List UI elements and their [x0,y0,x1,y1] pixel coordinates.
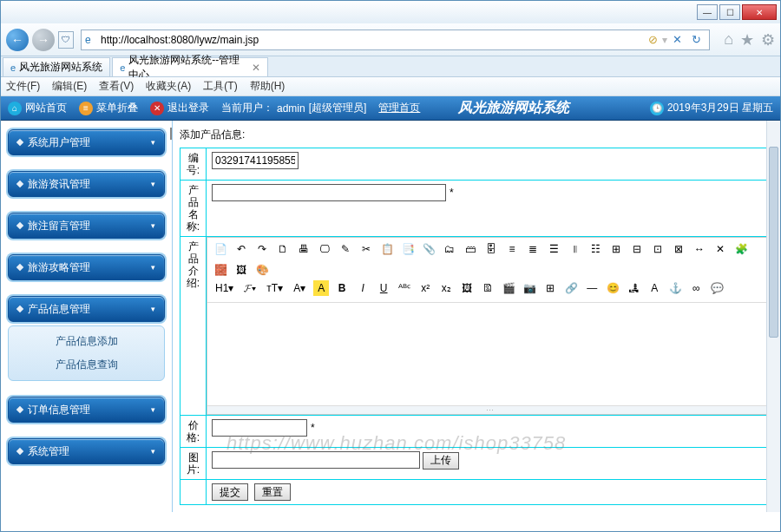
editor-body[interactable] [207,303,771,405]
code-input[interactable] [212,152,299,169]
editor-tool-icon[interactable]: ☷ [587,241,603,257]
editor-tool-icon[interactable]: 🔗 [563,280,579,296]
upload-button[interactable]: 上传 [423,452,459,470]
editor-tool-icon[interactable]: ⊡ [650,241,666,257]
menu-view[interactable]: 查看(V) [99,79,134,94]
editor-tool-icon[interactable]: ↷ [254,241,270,257]
editor-tool-icon[interactable]: ⫴ [567,241,582,257]
editor-tool-icon[interactable]: ↶ [233,241,249,257]
price-input[interactable] [212,419,307,437]
tab-1[interactable]: e 风光旅游网站系统 [3,57,110,76]
editor-tool-icon[interactable]: ⊞ [608,241,624,257]
stop-icon[interactable]: ✕ [669,32,685,48]
editor-tool-icon[interactable]: 🗂 [442,241,457,257]
sub-query-product[interactable]: 产品信息查询 [9,353,164,377]
sidebar-item-2[interactable]: 旅注留言管理▾ [8,213,165,239]
sidebar-item-0[interactable]: 系统用户管理▾ [8,129,165,155]
editor-tool-icon[interactable]: ≡ [504,241,520,257]
editor-tool-icon[interactable]: 🧩 [733,241,749,257]
sidebar-item-6[interactable]: 系统管理▾ [8,438,165,464]
forward-button[interactable]: → [32,29,55,51]
editor-tool-icon[interactable]: 😊 [605,280,620,296]
editor-tool-icon[interactable]: U [376,280,391,296]
compat-icon[interactable]: ⊘ [645,32,660,48]
submit-button[interactable]: 提交 [212,483,248,501]
favorites-icon[interactable]: ★ [740,30,754,49]
close-button[interactable]: ✕ [742,4,777,20]
editor-tool-icon[interactable]: 🗋 [275,241,291,257]
address-bar[interactable]: e ⊘ ▾ ✕ ↻ [81,30,710,50]
editor-tool-icon[interactable]: B [334,280,350,296]
editor-tool-icon[interactable]: ∞ [688,280,704,296]
editor-tool-icon[interactable]: 🖵 [317,241,332,257]
editor-format-selector[interactable]: H1▾ [213,282,236,294]
editor-tool-icon[interactable]: 🖶 [296,241,312,257]
tab-close-icon[interactable]: ✕ [252,62,260,74]
editor-tool-icon[interactable]: 🖼 [233,262,249,278]
editor-tool-icon[interactable]: x₂ [438,280,454,296]
editor-tool-icon[interactable]: 🏞 [626,280,641,296]
nav-site-home[interactable]: ⌂网站首页 [8,101,67,115]
editor-tool-icon[interactable]: A [646,280,662,296]
editor-tool-icon[interactable]: 🖼 [459,280,475,296]
editor-tool-icon[interactable]: 🖻 [480,280,496,296]
minimize-button[interactable]: — [697,4,718,20]
editor-tool-icon[interactable]: ☰ [546,241,561,257]
editor-tool-icon[interactable]: 🎨 [254,262,270,278]
editor-tool-icon[interactable]: 🗃 [463,241,478,257]
security-shield-icon[interactable]: 🛡 [58,31,74,49]
menu-tools[interactable]: 工具(T) [203,79,237,94]
scrollbar-thumb[interactable] [769,147,778,338]
editor-tool-icon[interactable]: 📷 [522,280,537,296]
reset-button[interactable]: 重置 [254,483,291,501]
editor-tool-icon[interactable]: ⊟ [629,241,645,257]
editor-resize-handle[interactable]: ⋯ [207,405,771,414]
highlight-icon[interactable]: A [313,280,329,296]
editor-tool-icon[interactable]: ⚓ [667,280,683,296]
editor-tool-icon[interactable]: ↔ [692,241,707,257]
editor-tool-icon[interactable]: ᴬᴮᶜ [397,280,412,296]
editor-tool-icon[interactable]: 🧱 [213,262,228,278]
vertical-scrollbar[interactable] [766,121,780,512]
menu-edit[interactable]: 编辑(E) [52,79,87,94]
editor-format-selector[interactable]: 𝓕▾ [241,282,259,294]
maximize-button[interactable]: ☐ [719,4,740,20]
editor-tool-icon[interactable]: ≣ [525,241,541,257]
editor-tool-icon[interactable]: 📋 [379,241,395,257]
sidebar-item-3[interactable]: 旅游攻略管理▾ [8,254,165,280]
pic-input[interactable] [212,451,420,469]
sidebar-item-1[interactable]: 旅游资讯管理▾ [8,171,165,197]
editor-tool-icon[interactable]: ⊞ [542,280,558,296]
editor-format-selector[interactable]: A▾ [291,282,308,294]
editor-tool-icon[interactable]: ⊠ [671,241,686,257]
home-icon[interactable]: ⌂ [724,30,733,49]
menu-help[interactable]: 帮助(H) [250,79,285,94]
admin-home-link[interactable]: 管理首页 [378,101,420,115]
sub-add-product[interactable]: 产品信息添加 [9,330,164,353]
editor-tool-icon[interactable]: 💬 [709,280,725,296]
editor-tool-icon[interactable]: — [584,280,600,296]
tools-icon[interactable]: ⚙ [761,30,775,49]
editor-tool-icon[interactable]: ✂ [358,241,374,257]
refresh-icon[interactable]: ↻ [688,32,704,48]
editor-format-selector[interactable]: тT▾ [264,282,285,294]
menu-file[interactable]: 文件(F) [6,79,40,94]
editor-tool-icon[interactable]: 📄 [213,241,228,257]
menu-favorites[interactable]: 收藏夹(A) [146,79,191,94]
editor-tool-icon[interactable]: 🎬 [501,280,516,296]
url-input[interactable] [101,34,643,46]
editor-tool-icon[interactable]: I [355,280,371,296]
editor-tool-icon[interactable]: x² [417,280,433,296]
editor-tool-icon[interactable]: ✕ [712,241,728,257]
nav-menu-toggle[interactable]: ≡菜单折叠 [79,101,138,115]
name-input[interactable] [212,184,446,201]
nav-logout[interactable]: ✕退出登录 [150,101,209,115]
tab-2[interactable]: e 风光旅游网站系统--管理中心 ✕ [112,57,268,76]
editor-tool-icon[interactable]: 📎 [421,241,436,257]
editor-tool-icon[interactable]: ✎ [338,241,353,257]
sidebar-item-5[interactable]: 订单信息管理▾ [8,397,165,423]
editor-tool-icon[interactable]: 🗄 [483,241,499,257]
sidebar-item-4[interactable]: 产品信息管理▾ [8,296,165,322]
back-button[interactable]: ← [6,29,29,51]
editor-tool-icon[interactable]: 📑 [400,241,416,257]
